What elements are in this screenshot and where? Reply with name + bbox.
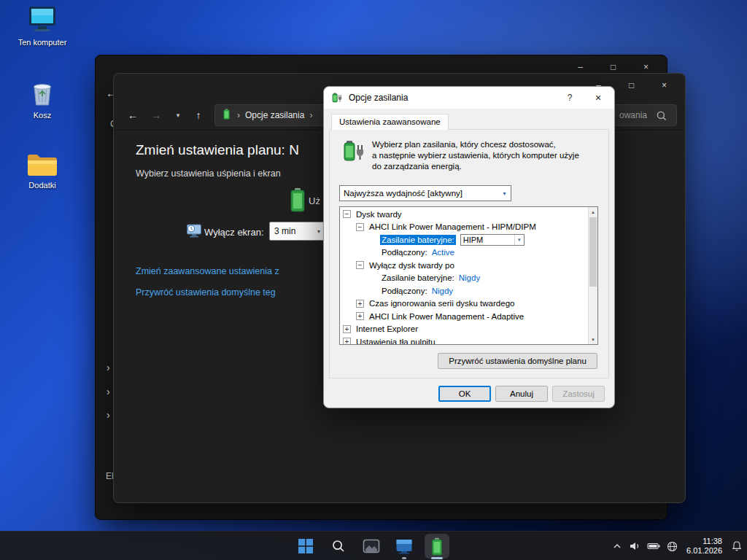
- tree-scrollbar[interactable]: ▲ ▼: [588, 207, 597, 344]
- close-icon[interactable]: ×: [582, 92, 614, 104]
- tree-item-label[interactable]: Czas ignorowania serii dysku twardego: [368, 298, 516, 308]
- power-options-app-button[interactable]: [420, 532, 453, 560]
- expand-icon[interactable]: +: [356, 300, 364, 308]
- taskbar: 11:38 6.01.2026: [0, 531, 747, 560]
- power-options-dialog: Opcje zasilania ? × Ustawienia zaawansow…: [323, 86, 615, 408]
- clock-time: 11:38: [686, 537, 722, 546]
- chevron-right-icon[interactable]: ›: [107, 362, 110, 373]
- change-advanced-settings-link[interactable]: Zmień zaawansowane ustawienia z: [136, 266, 279, 276]
- system-tray: 11:38 6.01.2026: [612, 532, 743, 560]
- search-icon[interactable]: [656, 110, 667, 124]
- maximize-icon[interactable]: □: [615, 74, 648, 97]
- clock[interactable]: 11:38 6.01.2026: [686, 537, 722, 556]
- collapse-icon[interactable]: −: [356, 223, 364, 231]
- turn-off-display-select[interactable]: 3 min ▾: [269, 222, 325, 241]
- expand-icon[interactable]: +: [356, 312, 364, 320]
- control-panel-app-button[interactable]: [387, 532, 420, 560]
- close-icon[interactable]: ×: [648, 74, 681, 97]
- chevron-down-icon: ▾: [317, 228, 320, 235]
- desktop-icon-list: Ten komputerKoszDodatki: [9, 6, 76, 222]
- scroll-up-icon[interactable]: ▲: [589, 207, 597, 217]
- tree-item-label[interactable]: Wyłącz dysk twardy po: [368, 260, 456, 271]
- restore-plan-defaults-button[interactable]: Przywróć ustawienia domyślne planu: [438, 353, 597, 369]
- advanced-settings-tree[interactable]: −Dysk twardy−AHCI Link Power Management …: [339, 206, 598, 345]
- tree-item[interactable]: −AHCI Link Power Management - HIPM/DIPM: [340, 221, 587, 234]
- notifications-bell-icon[interactable]: [731, 540, 743, 552]
- scroll-down-icon[interactable]: ▼: [589, 335, 597, 344]
- desktop-icon-this-pc[interactable]: Ten komputer: [9, 6, 76, 47]
- chevron-right-icon[interactable]: ›: [107, 386, 110, 397]
- plan-partial-label: Uż: [309, 195, 320, 206]
- battery-tray-icon[interactable]: [647, 542, 660, 551]
- turn-off-display-value: 3 min: [274, 226, 295, 236]
- description-line: Wybierz plan zasilania, który chcesz dos…: [372, 139, 579, 150]
- tree-item-label[interactable]: AHCI Link Power Management - Adaptive: [368, 311, 525, 322]
- tree-item[interactable]: +Czas ignorowania serii dysku twardego: [340, 298, 587, 311]
- power-options-icon: [331, 92, 343, 104]
- tree-item-label[interactable]: Zasilanie bateryjne:: [380, 235, 456, 245]
- breadcrumb-item-power-options[interactable]: Opcje zasilania: [245, 110, 304, 120]
- turn-off-display-label: Wyłącz ekran:: [204, 227, 264, 238]
- tree-item-label[interactable]: Zasilanie bateryjne:: [380, 273, 456, 283]
- tree-item-label[interactable]: Podłączony:: [380, 247, 429, 257]
- tree-item[interactable]: Podłączony:Nigdy: [340, 284, 587, 298]
- tab-advanced-settings[interactable]: Ustawienia zaawansowane: [331, 114, 449, 130]
- setting-value-dropdown[interactable]: HIPM▾: [460, 234, 525, 246]
- desktop-icon-label: Dodatki: [28, 181, 55, 190]
- chevron-right-icon[interactable]: ›: [107, 409, 110, 421]
- battery-plan-icon: [290, 187, 306, 215]
- chevron-right-icon[interactable]: ›: [237, 110, 240, 120]
- description-line: a następnie wybierz ustawienia, których …: [372, 150, 579, 161]
- collapse-icon[interactable]: −: [343, 210, 351, 218]
- taskbar-center-icons: [289, 532, 453, 560]
- clock-date: 6.01.2026: [686, 546, 722, 556]
- tree-rows: −Dysk twardy−AHCI Link Power Management …: [340, 208, 587, 345]
- app-window-button[interactable]: [355, 532, 387, 560]
- volume-icon[interactable]: [629, 540, 640, 552]
- tree-item[interactable]: +AHCI Link Power Management - Adaptive: [340, 310, 587, 323]
- scrollbar-thumb[interactable]: [589, 217, 597, 287]
- back-icon[interactable]: ←: [123, 100, 143, 131]
- tree-item[interactable]: Zasilanie bateryjne:HIPM▾: [340, 233, 587, 246]
- recent-pages-chevron-icon[interactable]: ▾: [168, 100, 188, 131]
- hidden-icons-chevron-icon[interactable]: [612, 541, 622, 551]
- page-title: Zmień ustawienia planu: N: [136, 142, 299, 158]
- up-icon[interactable]: ↑: [188, 100, 209, 131]
- tree-item[interactable]: Podłączony:Active: [340, 246, 587, 260]
- tree-item[interactable]: +Ustawienia tła pulpitu: [340, 335, 587, 345]
- plan-select-dropdown[interactable]: Najwyższa wydajność [aktywny] ▾: [339, 185, 511, 201]
- dialog-titlebar[interactable]: Opcje zasilania ? ×: [324, 87, 614, 109]
- desktop-icon-recycle-bin[interactable]: Kosz: [9, 79, 76, 120]
- desktop-icon-addons[interactable]: Dodatki: [9, 152, 76, 190]
- ok-button[interactable]: OK: [438, 386, 491, 402]
- expand-icon[interactable]: +: [343, 338, 351, 345]
- tree-item[interactable]: +Internet Explorer: [340, 323, 587, 336]
- collapse-icon[interactable]: −: [356, 261, 364, 269]
- tree-item[interactable]: Zasilanie bateryjne:Nigdy: [340, 272, 587, 285]
- display-clock-icon: [186, 224, 202, 241]
- setting-value-link[interactable]: Nigdy: [432, 287, 453, 295]
- chevron-right-icon[interactable]: ›: [309, 110, 312, 120]
- help-button[interactable]: ?: [557, 93, 582, 103]
- forward-icon[interactable]: →: [146, 100, 166, 131]
- tab-page: Wybierz plan zasilania, który chcesz dos…: [329, 129, 609, 378]
- search-placeholder-fragment: owania: [619, 110, 647, 120]
- chevron-down-icon[interactable]: ▾: [498, 190, 511, 197]
- chevron-down-icon[interactable]: ▾: [514, 235, 524, 245]
- restore-defaults-link[interactable]: Przywróć ustawienia domyślne teg: [136, 287, 276, 298]
- start-button[interactable]: [289, 532, 322, 560]
- tree-item-label[interactable]: Podłączony:: [380, 286, 429, 296]
- tree-item-label[interactable]: Ustawienia tła pulpitu: [355, 337, 437, 345]
- search-button[interactable]: [322, 532, 355, 560]
- tree-item-label[interactable]: Dysk twardy: [355, 209, 403, 219]
- cancel-button[interactable]: Anuluj: [495, 386, 548, 402]
- tree-item-label[interactable]: Internet Explorer: [355, 324, 419, 334]
- tree-item[interactable]: −Wyłącz dysk twardy po: [340, 259, 587, 272]
- expand-icon[interactable]: +: [343, 325, 351, 333]
- setting-value-link[interactable]: Nigdy: [459, 273, 480, 282]
- setting-value-link[interactable]: Active: [432, 248, 454, 257]
- tree-item-label[interactable]: AHCI Link Power Management - HIPM/DIPM: [368, 222, 538, 232]
- network-icon[interactable]: [667, 541, 678, 552]
- tree-item[interactable]: −Dysk twardy: [340, 208, 587, 221]
- desktop-icon-label: Ten komputer: [18, 38, 67, 47]
